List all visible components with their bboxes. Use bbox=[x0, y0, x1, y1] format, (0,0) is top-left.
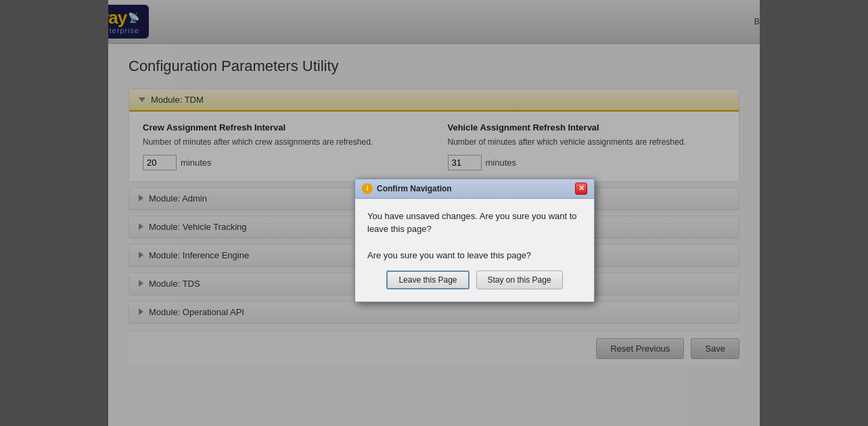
modal-overlay: i Confirm Navigation ✕ You have unsaved … bbox=[0, 0, 868, 426]
modal-title-left: i Confirm Navigation bbox=[362, 183, 452, 194]
modal-message-2: Are you sure you want to leave this page… bbox=[367, 250, 531, 260]
modal-close-button[interactable]: ✕ bbox=[575, 183, 587, 195]
leave-page-button[interactable]: Leave this Page bbox=[386, 270, 469, 289]
stay-on-page-button[interactable]: Stay on this Page bbox=[476, 270, 563, 289]
modal-dialog: i Confirm Navigation ✕ You have unsaved … bbox=[355, 179, 595, 302]
modal-message: You have unsaved changes. Are you sure y… bbox=[367, 210, 582, 262]
modal-message-1: You have unsaved changes. Are you sure y… bbox=[367, 211, 577, 235]
modal-titlebar: i Confirm Navigation ✕ bbox=[355, 179, 594, 199]
modal-title-text: Confirm Navigation bbox=[377, 184, 452, 193]
modal-body: You have unsaved changes. Are you sure y… bbox=[355, 199, 594, 302]
modal-buttons: Leave this Page Stay on this Page bbox=[367, 270, 582, 289]
modal-icon: i bbox=[362, 183, 373, 194]
